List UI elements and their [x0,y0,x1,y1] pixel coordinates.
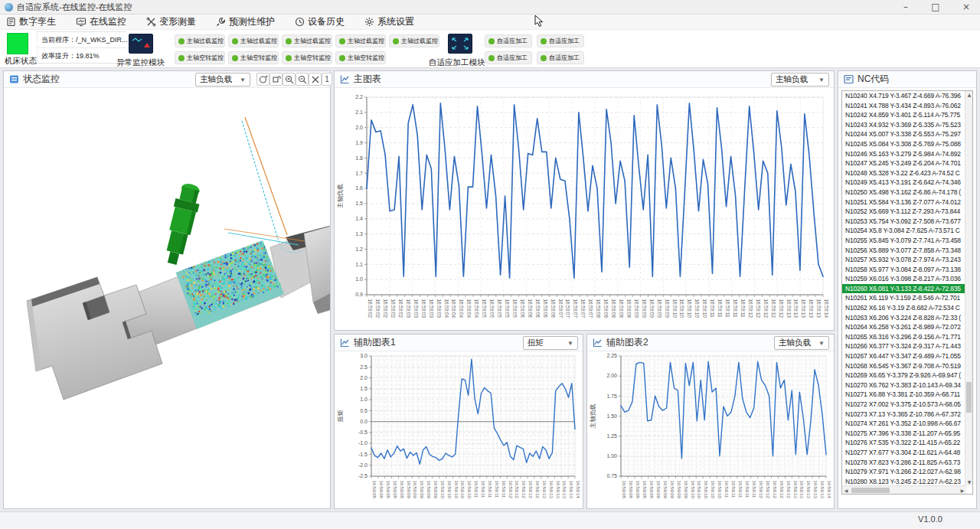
main-chart-dropdown[interactable]: 主轴负载▼ [771,73,829,87]
spindle-overload-monitor-button[interactable]: 主轴过载监控 [335,34,386,47]
adaptive-machining-button[interactable]: 自适应加工 [485,51,532,64]
scroll-right-icon[interactable]: ▶ [959,488,966,493]
nc-code-line[interactable]: N10274 X7.261 Y-3.352 Z-10.998 A-66.67 [842,419,965,429]
menu-item-deform-measure[interactable]: 变形测量 [146,15,196,28]
nc-code-line[interactable]: N10255 X5.845 Y-3.079 Z-7.741 A-73.458 [842,236,965,246]
adaptive-machining-button[interactable]: 自适应加工 [537,34,584,47]
efficiency-row: 效率提升：19.81% [38,48,126,64]
nc-code-line[interactable]: N10242 X4.859 Y-3.401 Z-5.114 A-75.775 [842,110,965,120]
spindle-overload-monitor-button[interactable]: 主轴过载监控 [228,34,279,47]
anomaly-module-icon[interactable] [129,34,153,54]
green-status-dot [339,55,345,61]
nc-code-line[interactable]: N10252 X5.669 Y-3.112 Z-7.293 A-73.844 [842,207,965,217]
nc-code-line[interactable]: N10244 X5.007 Y-3.338 Z-5.553 A-75.297 [842,129,965,139]
pan-view-button[interactable] [270,73,283,86]
nc-vertical-scrollbar[interactable]: ▲ ▼ [965,91,972,485]
nc-code-line[interactable]: N10265 X6.316 Y-3.296 Z-9.156 A-71.771 [842,332,965,342]
nc-code-line[interactable]: N10266 X6.377 Y-3.324 Z-9.317 A-71.443 [842,341,965,351]
nc-code-rows: N10240 X4.719 Y-3.467 Z-4.669 A-76.396N1… [842,91,972,486]
nc-code-line[interactable]: N10261 X6.119 Y-3.159 Z-8.546 A-72.701 [842,293,965,303]
spindle-idle-monitor-button[interactable]: 主轴空转监控 [228,51,279,64]
scroll-down-icon[interactable]: ▼ [965,479,973,485]
nc-code-line[interactable]: N10250 X5.498 Y-3.162 Z-6.86 A-74.178 ( [842,188,965,198]
aux-chart2-dropdown[interactable]: 主轴负载▼ [774,336,829,350]
svg-text:16:59:13: 16:59:13 [569,481,573,499]
zoom-out-button[interactable] [296,73,309,86]
nc-code-line[interactable]: N10267 X6.447 Y-3.347 Z-9.489 A-71.055 [842,351,965,361]
nc-code-line[interactable]: N10256 X5.889 Y-3.077 Z-7.858 A-73.348 [842,246,965,256]
nc-vscroll-thumb[interactable] [966,382,972,413]
nc-hscroll-thumb[interactable] [851,488,890,493]
menu-item-system-settings[interactable]: 系统设置 [364,15,414,28]
svg-text:16:59:10: 16:59:10 [454,481,459,499]
nc-code-line[interactable]: N10268 X6.545 Y-3.367 Z-9.708 A-70.519 [842,361,965,371]
nc-code-line[interactable]: N10272 X7.002 Y-3.375 Z-10.573 A-68.05 [842,400,965,410]
nc-code-line[interactable]: N10262 X6.16 Y-3.19 Z-8.682 A-72.534 C [842,303,965,313]
close-button[interactable]: × [953,0,979,15]
adaptive-machining-button[interactable]: 自适应加工 [537,51,584,64]
spindle-idle-monitor-button[interactable]: 主轴空转监控 [175,51,225,64]
spindle-overload-monitor-button[interactable]: 主轴过载监控 [389,34,439,47]
nc-code-line[interactable]: N10245 X5.084 Y-3.308 Z-5.769 A-75.088 [842,139,965,149]
spindle-idle-monitor-button[interactable]: 主轴空转监控 [282,51,332,64]
svg-text:16:59:06: 16:59:06 [528,299,533,318]
nc-code-line[interactable]: N10247 X5.245 Y-3.249 Z-6.204 A-74.701 [842,158,965,168]
nc-horizontal-scrollbar[interactable]: ◀ ▶ [842,485,966,494]
menu-item-online-monitor[interactable]: 在线监控 [76,15,126,28]
svg-text:1.9: 1.9 [355,140,363,145]
adaptive-machining-button[interactable]: 自适应加工 [485,34,532,47]
svg-text:16:59:08: 16:59:08 [611,299,616,318]
svg-text:2.25: 2.25 [606,353,617,358]
svg-text:16:59:06: 16:59:06 [535,299,541,318]
spindle-overload-monitor-button[interactable]: 主轴过载监控 [282,34,332,47]
nc-code-line[interactable]: N10254 X5.8 Y-3.084 Z-7.625 A-73.571 C [842,226,965,236]
nc-code-line[interactable]: N10240 X4.719 Y-3.467 Z-4.669 A-76.396 [842,91,965,101]
nc-code-line[interactable]: N10243 X4.932 Y-3.369 Z-5.335 A-75.523 [842,120,965,130]
nc-code-line[interactable]: N10270 X6.762 Y-3.383 Z-10.143 A-69.34 [842,380,965,390]
nc-code-line[interactable]: N10248 X5.328 Y-3.22 Z-6.423 A-74.52 C [842,168,965,178]
svg-text:16:59:08: 16:59:08 [603,299,609,318]
adaptive-module-icon[interactable] [448,34,472,54]
nc-code-line[interactable]: N10276 X7.535 Y-3.322 Z-11.415 A-65.22 [842,438,965,448]
machine-3d-viewport[interactable] [4,88,330,508]
nc-code-line[interactable]: N10260 X6.081 Y-3.133 Z-8.422 A-72.835 [842,284,965,294]
spindle-idle-monitor-button[interactable]: 主轴空转监控 [335,51,386,64]
menu-item-predictive-maintenance[interactable]: 预测性维护 [216,15,275,28]
nc-code-line[interactable]: N10259 X6.016 Y-3.098 Z-8.217 A-73.036 [842,274,965,284]
chevron-down-icon: ▼ [818,340,825,347]
spindle-overload-monitor-button[interactable]: 主轴过载监控 [175,34,225,47]
nc-code-line[interactable]: N10279 X7.971 Y-3.266 Z-12.027 A-62.98 [842,467,965,477]
nc-code-line[interactable]: N10271 X6.88 Y-3.381 Z-10.359 A-68.711 [842,390,965,400]
svg-text:-2.5: -2.5 [358,473,368,478]
nc-code-line[interactable]: N10251 X5.584 Y-3.136 Z-7.077 A-74.012 [842,198,965,207]
nc-code-line[interactable]: N10277 X7.677 Y-3.304 Z-11.621 A-64.48 [842,448,965,458]
digital-twin-icon [6,17,16,27]
nc-code-line[interactable]: N10278 X7.823 Y-3.286 Z-11.825 A-63.73 [842,458,965,468]
left-panel-signal-dropdown[interactable]: 主轴负载▼ [195,73,250,87]
nc-code-line[interactable]: N10263 X6.206 Y-3.224 Z-8.828 A-72.33 ( [842,313,965,323]
nc-code-line[interactable]: N10249 X5.413 Y-3.191 Z-6.642 A-74.346 [842,178,965,188]
nc-code-line[interactable]: N10246 X5.163 Y-3.279 Z-5.984 A-74.892 [842,149,965,159]
fit-view-button[interactable] [309,73,322,86]
view-counter: 1 [322,73,332,86]
orbit-view-button[interactable] [256,73,270,86]
nc-code-line[interactable]: N10253 X5.754 Y-3.092 Z-7.508 A-73.677 [842,217,965,227]
green-status-dot [541,38,547,44]
nc-code-line[interactable]: N10257 X5.932 Y-3.078 Z-7.974 A-73.243 [842,255,965,265]
menu-item-digital-twin[interactable]: 数字孪生 [6,15,56,28]
nc-code-line[interactable]: N10273 X7.13 Y-3.365 Z-10.786 A-67.372 [842,410,965,420]
nc-code-line[interactable]: N10264 X6.258 Y-3.261 Z-8.989 A-72.072 [842,322,965,332]
nc-code-line[interactable]: N10269 X6.65 Y-3.379 Z-9.926 A-69.947 ( [842,371,965,380]
monitor-button-label: 主轴空转监控 [187,54,224,62]
minimize-button[interactable]: – [893,0,919,15]
zoom-in-button[interactable] [283,73,296,86]
nc-code-line[interactable]: N10275 X7.396 Y-3.338 Z-11.207 A-65.95 [842,429,965,439]
menu-item-device-history[interactable]: 设备历史 [295,15,345,28]
nc-code-line[interactable]: N10258 X5.977 Y-3.084 Z-8.097 A-73.138 [842,265,965,275]
scroll-up-icon[interactable]: ▲ [965,92,973,97]
aux-chart1-dropdown[interactable]: 扭矩▼ [523,336,578,350]
nc-code-line[interactable]: N10241 X4.788 Y-3.434 Z-4.893 A-76.062 [842,101,965,111]
maximize-button[interactable]: □ [923,0,949,15]
scroll-left-icon[interactable]: ◀ [842,488,850,493]
svg-text:16:59:11: 16:59:11 [738,481,743,499]
